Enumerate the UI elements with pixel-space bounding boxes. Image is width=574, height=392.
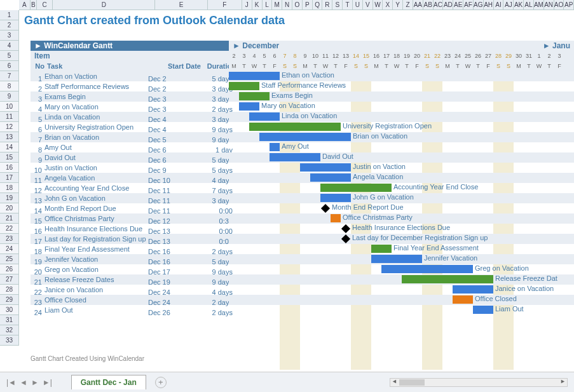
- table-row[interactable]: 20Greg on VacationDec 179 days: [31, 264, 240, 274]
- sheet-tab-bar: |◄◄ ►►| Gantt Dec - Jan +: [0, 372, 574, 392]
- task-list-panel: ► WinCalendar Gantt Item No Task Start D…: [31, 41, 240, 71]
- gantt-bar[interactable]: [331, 214, 341, 222]
- day-of-week-header: MTWTFSSMTWTFSSMTWTFSSMTWTFSSMTWTF: [229, 61, 574, 71]
- table-row[interactable]: 2Staff Performance ReviewsDec 23 days: [31, 81, 240, 91]
- gantt-bar[interactable]: [320, 184, 392, 192]
- month-header: ► December ► Janu: [229, 41, 574, 51]
- gantt-bar[interactable]: [473, 306, 493, 314]
- horizontal-scrollbar[interactable]: [390, 378, 568, 387]
- table-row[interactable]: 12Accounting Year End CloseDec 117 days: [31, 183, 240, 193]
- table-row[interactable]: 14Month End Report DueDec 110:00: [31, 203, 240, 213]
- task-list: 1Ethan on VactionDec 25 days2Staff Perfo…: [31, 71, 240, 315]
- gantt-bar[interactable]: [402, 275, 493, 283]
- gantt-bar[interactable]: [300, 163, 351, 172]
- gantt-bar[interactable]: [453, 285, 493, 294]
- tab-prev-icon: ◄: [20, 378, 27, 387]
- sheet-tab-active[interactable]: Gantt Dec - Jan: [71, 375, 146, 389]
- new-sheet-button[interactable]: +: [155, 377, 167, 388]
- table-row[interactable]: 19Jennifer VacationDec 165 days: [31, 254, 240, 264]
- item-label: Item: [31, 51, 240, 61]
- gantt-bar[interactable]: [371, 255, 422, 263]
- spreadsheet-column-headers[interactable]: A B C D E F JKLMNOPQRSTUVWXYZAAABACADAEA…: [19, 0, 574, 10]
- tab-nav-arrows[interactable]: |◄◄ ►►|: [0, 378, 58, 387]
- table-row[interactable]: 15Office Christmas PartyDec 120:30: [31, 213, 240, 224]
- milestone-icon: [321, 204, 330, 213]
- table-row[interactable]: 22Janice on VacationDec 244 days: [31, 285, 240, 295]
- milestone-icon: [341, 234, 350, 243]
- gantt-chart: ► December ► Janu 2345678910111213141516…: [229, 41, 574, 370]
- gantt-bar[interactable]: [229, 72, 280, 80]
- tab-first-icon: |◄: [6, 378, 16, 387]
- table-row[interactable]: 10Justin on VactionDec 95 days: [31, 163, 240, 173]
- gantt-bar[interactable]: [249, 112, 280, 121]
- worksheet-area: Gantt Chart created from Outlook Calenda…: [19, 10, 574, 370]
- gantt-bar[interactable]: [320, 194, 351, 202]
- tab-next-icon: ►: [31, 378, 39, 387]
- gantt-bar[interactable]: [270, 143, 280, 151]
- table-row[interactable]: 11Angela VacationDec 104 days: [31, 173, 240, 183]
- footer-caption: Gantt Chart Created Using WinCalendar: [31, 355, 144, 362]
- list-column-headers: No Task Start Date Duration: [31, 61, 240, 71]
- gantt-bar[interactable]: [381, 265, 473, 273]
- table-row[interactable]: 16Health Insurance Elections DueDec 130:…: [31, 224, 240, 234]
- gantt-title: ► WinCalendar Gantt: [31, 41, 240, 51]
- table-row[interactable]: 17Last day for Registration Sign upDec 1…: [31, 234, 240, 244]
- gantt-bar[interactable]: [239, 92, 270, 100]
- table-row[interactable]: 4Mary on VacationDec 32 days: [31, 102, 240, 112]
- table-row[interactable]: 13John G on VacationDec 113 days: [31, 193, 240, 203]
- spreadsheet-row-headers[interactable]: 1234567891011121314151617181920212223242…: [0, 10, 19, 346]
- table-row[interactable]: 1Ethan on VactionDec 25 days: [31, 71, 240, 81]
- page-title: Gantt Chart created from Outlook Calenda…: [19, 10, 574, 34]
- table-row[interactable]: 7Brian on VacationDec 59 days: [31, 132, 240, 142]
- day-number-header: 2345678910111213141516171819202122232425…: [229, 51, 574, 61]
- table-row[interactable]: 8Amy OutDec 61 day: [31, 142, 240, 152]
- tab-last-icon: ►|: [43, 378, 52, 387]
- table-row[interactable]: 3Exams BeginDec 33 days: [31, 91, 240, 102]
- table-row[interactable]: 18Final Year End AssessmentDec 162 days: [31, 244, 240, 254]
- milestone-icon: [341, 224, 350, 233]
- table-row[interactable]: 9David OutDec 65 days: [31, 152, 240, 163]
- table-row[interactable]: 6University Registration OpenDec 49 days: [31, 122, 240, 132]
- table-row[interactable]: 24Liam OutDec 262 days: [31, 305, 240, 315]
- table-row[interactable]: 23Office ClosedDec 242 days: [31, 295, 240, 305]
- gantt-bar[interactable]: [270, 153, 320, 161]
- gantt-bar[interactable]: [239, 102, 259, 111]
- gantt-bar[interactable]: [229, 82, 259, 90]
- gantt-bar[interactable]: [259, 133, 351, 141]
- table-row[interactable]: 5Linda on VacationDec 43 days: [31, 112, 240, 122]
- table-row[interactable]: 21Release Freeze DatesDec 199 days: [31, 274, 240, 285]
- gantt-bar[interactable]: [453, 295, 473, 304]
- gantt-bar[interactable]: [249, 123, 341, 131]
- gantt-bar[interactable]: [310, 173, 351, 182]
- gantt-bar[interactable]: [371, 245, 392, 253]
